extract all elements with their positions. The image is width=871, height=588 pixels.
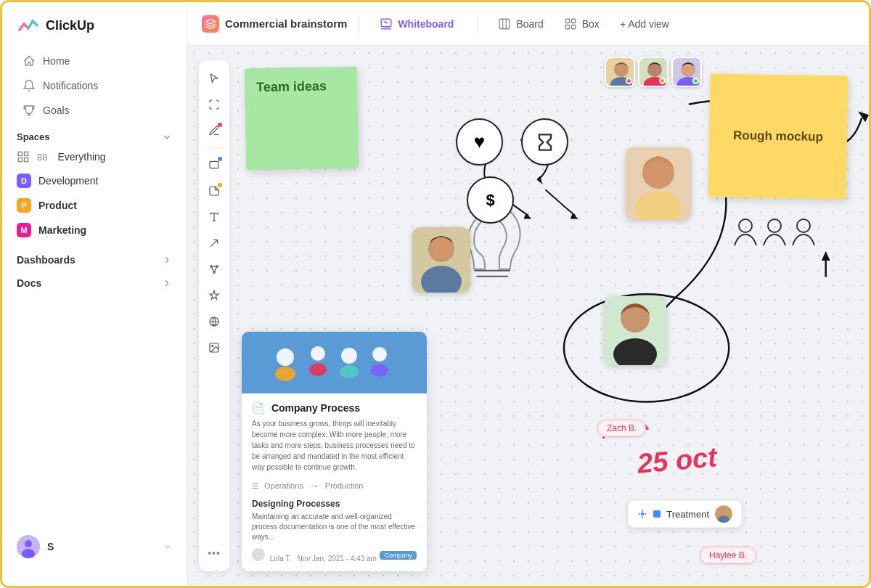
process-section-desc: Maintaining an accurate and well-organiz… bbox=[252, 512, 417, 542]
sticky-note-yellow[interactable]: Rough mockup bbox=[708, 73, 848, 199]
zach-label-tag: Zach B. bbox=[597, 420, 646, 437]
author-name: Lola T. bbox=[270, 555, 291, 563]
svg-point-55 bbox=[309, 363, 327, 376]
sidebar-item-marketing[interactable]: M Marketing bbox=[2, 218, 187, 242]
sticky-note-tool-button[interactable] bbox=[203, 180, 225, 202]
rectangle-tool-button[interactable] bbox=[203, 154, 225, 176]
svg-rect-15 bbox=[571, 25, 575, 28]
tab-whiteboard[interactable]: Whiteboard bbox=[371, 13, 462, 35]
trophy-icon bbox=[23, 104, 36, 117]
process-date: Nov Jan, 2021 - 4:43 am bbox=[297, 555, 377, 563]
sidebar-item-notifications[interactable]: Notifications bbox=[8, 73, 181, 98]
tab-box[interactable]: Box bbox=[555, 13, 608, 35]
process-card[interactable]: 📄 Company Process As your business grows… bbox=[242, 332, 427, 571]
development-badge: D bbox=[17, 173, 31, 188]
dashboards-section[interactable]: Dashboards bbox=[2, 248, 187, 271]
sparkle-icon bbox=[208, 290, 220, 301]
spaces-section-header[interactable]: Spaces bbox=[2, 123, 187, 145]
process-flow-row: ☰ Operations → Production bbox=[252, 480, 417, 491]
svg-point-56 bbox=[341, 348, 357, 364]
avatar-image bbox=[17, 535, 40, 558]
multiselect-tool-button[interactable] bbox=[203, 94, 225, 115]
image-tool-button[interactable] bbox=[203, 337, 225, 359]
product-badge: P bbox=[17, 198, 31, 213]
chevron-down-icon bbox=[162, 132, 172, 142]
svg-line-21 bbox=[212, 267, 214, 272]
main-content: Commercial brainstorm Whiteboard bbox=[187, 2, 869, 586]
timer-circle bbox=[521, 118, 568, 166]
process-card-footer: Lola T. Nov Jan, 2021 - 4:43 am Company bbox=[252, 548, 417, 563]
collab-avatar-1 bbox=[605, 57, 635, 87]
haylee-label-tag: Haylee B. bbox=[700, 547, 756, 564]
sticky-yellow-text: Rough mockup bbox=[733, 128, 823, 144]
svg-point-49 bbox=[768, 219, 781, 232]
globe-icon bbox=[208, 316, 220, 327]
collaborators-area bbox=[605, 57, 702, 87]
cube-icon bbox=[205, 18, 216, 30]
canvas[interactable]: ••• bbox=[187, 46, 869, 586]
bell-icon bbox=[23, 79, 36, 92]
svg-point-59 bbox=[371, 364, 388, 377]
svg-rect-16 bbox=[210, 161, 218, 168]
sidebar-item-product[interactable]: P Product bbox=[2, 193, 187, 218]
globe-tool-button[interactable] bbox=[203, 311, 225, 332]
everything-label: Everything bbox=[57, 151, 105, 163]
svg-rect-9 bbox=[500, 19, 510, 29]
svg-marker-30 bbox=[571, 213, 578, 219]
process-card-title: 📄 Company Process bbox=[252, 402, 417, 414]
treatment-tag[interactable]: Treatment bbox=[628, 500, 742, 528]
select-tool-button[interactable] bbox=[203, 68, 225, 89]
docs-section[interactable]: Docs bbox=[2, 271, 187, 295]
app-name: ClickUp bbox=[46, 18, 94, 33]
process-badge: Company bbox=[380, 551, 417, 560]
cursor-icon bbox=[208, 73, 220, 84]
sidebar-item-home[interactable]: Home bbox=[8, 49, 181, 73]
svg-point-50 bbox=[797, 219, 810, 232]
logo-area[interactable]: ClickUp bbox=[2, 14, 187, 49]
collab-avatar-3 bbox=[671, 57, 702, 87]
person-photo-woman-top bbox=[626, 147, 691, 220]
process-card-body: 📄 Company Process As your business grows… bbox=[242, 393, 427, 571]
text-tool-icon bbox=[208, 211, 220, 223]
sticky-note-green[interactable]: Team ideas bbox=[245, 67, 359, 171]
user-profile[interactable]: S bbox=[2, 528, 187, 565]
connect-tool-button[interactable] bbox=[203, 258, 225, 280]
process-section-title: Designing Processes bbox=[252, 499, 417, 509]
collab-avatar-2 bbox=[638, 57, 668, 87]
process-card-illustration bbox=[242, 332, 427, 393]
breadcrumb-title: Commercial brainstorm bbox=[225, 17, 347, 30]
svg-marker-36 bbox=[822, 251, 830, 261]
zach-label: Zach B. bbox=[607, 423, 637, 433]
spaces-label: Spaces bbox=[17, 131, 50, 142]
ai-tool-button[interactable] bbox=[203, 285, 225, 306]
sidebar-item-development[interactable]: D Development bbox=[2, 168, 187, 193]
process-card-banner bbox=[242, 332, 427, 393]
more-tools-button[interactable]: ••• bbox=[203, 542, 225, 564]
people-icons bbox=[731, 213, 818, 274]
tab-board[interactable]: Board bbox=[489, 13, 552, 35]
svg-point-25 bbox=[212, 346, 213, 347]
woman-top-avatar bbox=[626, 147, 691, 220]
treatment-avatar bbox=[715, 505, 732, 523]
sidebar-item-goals[interactable]: Goals bbox=[8, 98, 181, 123]
user-initial: S bbox=[47, 541, 54, 552]
sidebar-item-everything[interactable]: 88 Everything bbox=[2, 145, 187, 168]
svg-marker-27 bbox=[536, 176, 542, 184]
pen-tool-button[interactable] bbox=[203, 120, 225, 142]
text-tool-button[interactable] bbox=[203, 206, 225, 228]
svg-point-58 bbox=[372, 347, 387, 362]
arrow-tool-button[interactable] bbox=[203, 232, 225, 254]
tab-board-label: Board bbox=[516, 18, 543, 30]
tab-divider bbox=[477, 15, 478, 33]
ellipsis-icon: ••• bbox=[208, 547, 221, 559]
svg-rect-13 bbox=[571, 19, 575, 23]
svg-rect-12 bbox=[565, 19, 569, 23]
sticky-indicator bbox=[218, 183, 222, 187]
chevron-right-icon-docs bbox=[162, 278, 172, 288]
home-icon bbox=[23, 54, 36, 68]
add-view-button[interactable]: + Add view bbox=[611, 14, 678, 34]
svg-rect-2 bbox=[18, 158, 22, 162]
svg-line-22 bbox=[215, 267, 217, 272]
clickup-logo-icon bbox=[17, 14, 40, 37]
board-icon bbox=[498, 17, 511, 30]
